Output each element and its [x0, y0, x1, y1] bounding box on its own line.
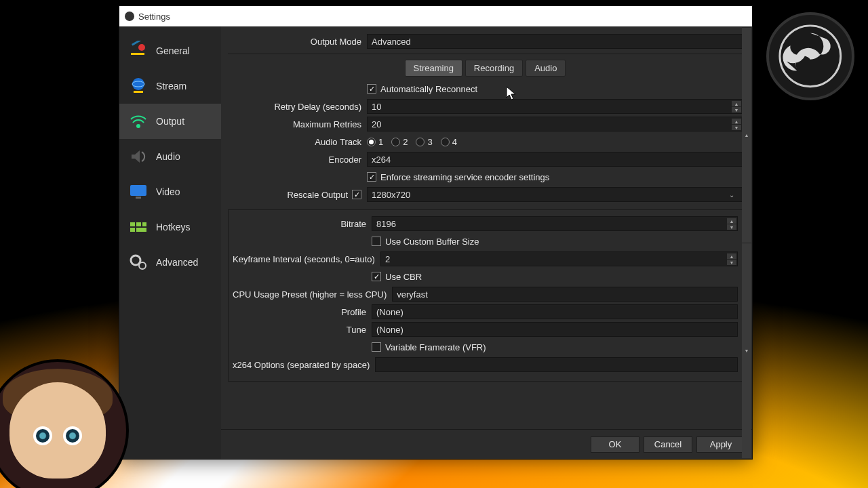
tune-dropdown[interactable]: (None)▲▼	[372, 322, 738, 337]
svg-rect-1	[131, 53, 144, 55]
tab-streaming[interactable]: Streaming	[405, 60, 462, 77]
enforce-checkbox[interactable]	[367, 172, 376, 182]
svg-point-4	[132, 78, 144, 90]
audio-track-label: Audio Track	[228, 137, 367, 147]
ok-button[interactable]: OK	[591, 436, 639, 453]
titlebar: Settings	[119, 6, 752, 26]
sidebar: General Stream Output Audio Video Hotkey…	[119, 26, 221, 459]
sidebar-item-label: Audio	[156, 151, 180, 162]
sidebar-item-label: Stream	[156, 81, 186, 92]
video-icon	[127, 181, 149, 203]
audio-track-radios: 1 2 3 4	[367, 137, 743, 147]
general-icon	[127, 40, 149, 62]
sidebar-item-label: Hotkeys	[156, 222, 191, 232]
svg-rect-11	[136, 222, 141, 226]
retry-delay-input[interactable]: 10▲▼	[367, 99, 743, 114]
audio-icon	[127, 146, 149, 167]
profile-dropdown[interactable]: (None)▲▼	[372, 304, 738, 319]
sidebar-item-output[interactable]: Output	[119, 104, 221, 139]
tune-label: Tune	[233, 325, 372, 335]
custom-buffer-label: Use Custom Buffer Size	[385, 237, 479, 247]
output-icon	[127, 110, 149, 132]
x264-opts-input[interactable]	[375, 357, 738, 372]
cancel-button[interactable]: Cancel	[644, 436, 692, 453]
sidebar-item-video[interactable]: Video	[119, 174, 221, 209]
retry-delay-label: Retry Delay (seconds)	[228, 102, 367, 112]
auto-reconnect-checkbox[interactable]	[367, 84, 376, 94]
x264-opts-label: x264 Options (separated by space)	[233, 360, 375, 370]
rescale-label: Rescale Output	[287, 190, 348, 200]
sidebar-item-label: General	[156, 45, 190, 56]
keyframe-label: Keyframe Interval (seconds, 0=auto)	[233, 254, 380, 264]
sidebar-item-label: Advanced	[156, 257, 198, 268]
rescale-checkbox[interactable]	[352, 190, 361, 199]
max-retries-input[interactable]: 20▲▼	[367, 117, 743, 131]
use-cbr-checkbox[interactable]	[372, 272, 381, 281]
audio-track-4[interactable]: 4	[441, 137, 457, 147]
max-retries-label: Maximum Retries	[228, 119, 367, 129]
sidebar-item-hotkeys[interactable]: Hotkeys	[119, 209, 221, 245]
bitrate-label: Bitrate	[233, 219, 372, 229]
svg-rect-14	[136, 228, 146, 232]
stream-icon	[127, 75, 149, 97]
encoder-label: Encoder	[228, 155, 367, 165]
sidebar-item-label: Video	[156, 186, 180, 197]
svg-rect-12	[142, 222, 146, 226]
bitrate-input[interactable]: 8196▲▼	[372, 216, 738, 231]
profile-label: Profile	[233, 307, 372, 317]
cpu-preset-label: CPU Usage Preset (higher = less CPU)	[233, 289, 392, 300]
svg-point-16	[139, 262, 146, 269]
encoder-settings-panel: Bitrate 8196▲▼ Use Custom Buffer Size Ke…	[228, 209, 743, 382]
vfr-label: Variable Framerate (VFR)	[385, 342, 486, 352]
apply-button[interactable]: Apply	[696, 436, 745, 453]
keyframe-input[interactable]: 2▲▼	[380, 251, 738, 266]
use-cbr-label: Use CBR	[385, 272, 422, 282]
tab-audio[interactable]: Audio	[526, 60, 566, 77]
sidebar-item-label: Output	[156, 116, 184, 127]
vfr-checkbox[interactable]	[372, 342, 381, 352]
svg-rect-13	[130, 228, 135, 232]
sidebar-item-general[interactable]: General	[119, 33, 221, 68]
sidebar-item-audio[interactable]: Audio	[119, 139, 221, 174]
svg-rect-10	[130, 222, 135, 226]
encoder-dropdown[interactable]: x264▲▼	[367, 152, 743, 167]
sidebar-item-advanced[interactable]: Advanced	[119, 245, 221, 280]
custom-buffer-checkbox[interactable]	[372, 237, 381, 246]
dialog-footer: OK Cancel Apply	[221, 429, 752, 459]
svg-point-7	[136, 124, 140, 128]
audio-track-3[interactable]: 3	[416, 137, 432, 147]
output-mode-label: Output Mode	[228, 37, 367, 47]
tab-recording[interactable]: Recording	[465, 60, 523, 77]
chevron-down-icon: ⌄	[726, 191, 738, 199]
advanced-icon	[127, 251, 149, 273]
cpu-preset-dropdown[interactable]: veryfast▲▼	[392, 287, 738, 302]
content-pane: Output Mode Advanced Streaming Recording…	[221, 26, 752, 459]
output-mode-dropdown[interactable]: Advanced	[367, 34, 743, 49]
audio-track-1[interactable]: 1	[367, 137, 383, 147]
app-icon	[125, 12, 134, 21]
output-tabs: Streaming Recording Audio	[228, 60, 743, 77]
settings-window: Settings General Stream Output Audio Vid	[119, 5, 753, 460]
svg-rect-9	[136, 197, 141, 199]
audio-track-2[interactable]: 2	[391, 137, 408, 147]
svg-rect-6	[134, 91, 143, 93]
window-title: Settings	[138, 12, 170, 22]
rescale-dropdown[interactable]: 868x488⌄	[367, 187, 743, 202]
enforce-label: Enforce streaming service encoder settin…	[380, 172, 549, 182]
svg-point-2	[138, 44, 145, 51]
hotkeys-icon	[127, 216, 149, 238]
auto-reconnect-label: Automatically Reconnect	[380, 84, 477, 94]
obs-logo-icon	[766, 12, 854, 100]
svg-rect-8	[130, 185, 146, 196]
sidebar-item-stream[interactable]: Stream	[119, 68, 221, 104]
